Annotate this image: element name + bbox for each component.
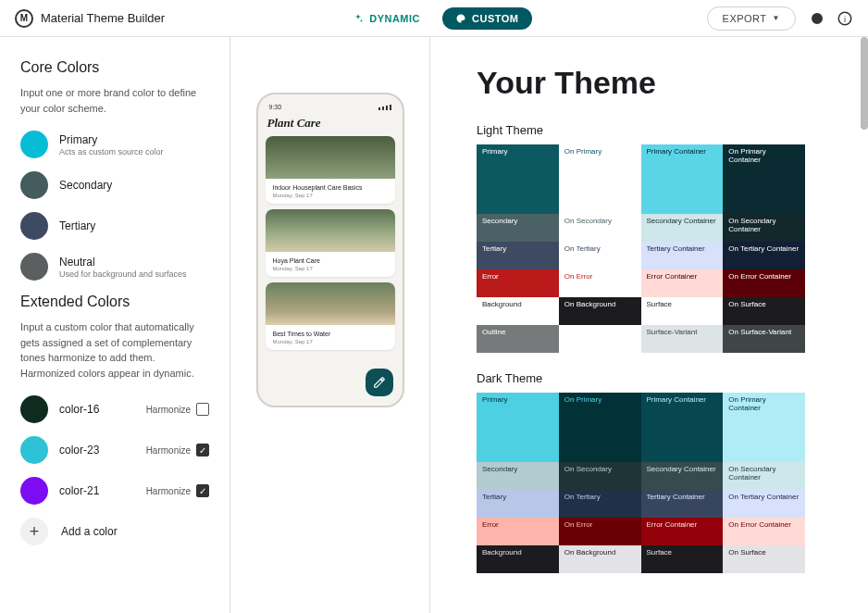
color-role-cell[interactable]: On Secondary: [559, 462, 641, 490]
harmonize-toggle[interactable]: Harmonize: [146, 403, 209, 416]
light-theme-label: Light Theme: [477, 123, 840, 137]
color-role-cell[interactable]: Tertiary Container: [641, 490, 724, 518]
extended-colors-desc: Input a custom color that automatically …: [20, 319, 209, 381]
color-role-cell[interactable]: Surface: [641, 545, 724, 573]
color-role-cell[interactable]: Primary Container: [641, 393, 724, 462]
color-role-cell[interactable]: On Secondary Container: [723, 462, 805, 490]
color-subtitle: Used for background and surfaces: [59, 269, 209, 279]
checkbox[interactable]: ✓: [196, 484, 209, 497]
color-role-cell[interactable]: Background: [477, 297, 559, 325]
custom-mode-button[interactable]: CUSTOM: [442, 7, 531, 30]
color-swatch[interactable]: [20, 131, 48, 158]
theme-toggle-icon[interactable]: [809, 10, 825, 27]
color-name: Primary: [59, 133, 209, 146]
light-theme-table: PrimaryOn PrimaryPrimary ContainerOn Pri…: [477, 144, 805, 353]
color-role-cell[interactable]: On Error Container: [723, 269, 805, 297]
color-swatch[interactable]: [20, 212, 48, 240]
color-name: color-23: [59, 444, 135, 457]
dynamic-mode-button[interactable]: DYNAMIC: [340, 7, 433, 30]
core-color-row[interactable]: Neutral Used for background and surfaces: [20, 253, 209, 281]
color-role-cell[interactable]: On Primary Container: [723, 144, 805, 214]
color-role-cell[interactable]: Tertiary Container: [641, 242, 724, 269]
color-role-cell[interactable]: Surface-Variant: [641, 325, 724, 353]
color-role-cell[interactable]: Error Container: [641, 518, 724, 545]
color-role-cell[interactable]: Error: [477, 269, 559, 297]
checkbox[interactable]: [196, 403, 209, 416]
pencil-icon: [373, 376, 386, 389]
harmonize-toggle[interactable]: Harmonize ✓: [146, 444, 209, 457]
add-color-button[interactable]: + Add a color: [20, 518, 209, 545]
color-role-cell[interactable]: On Surface-Variant: [723, 325, 805, 353]
color-role-cell[interactable]: [559, 325, 641, 353]
sparkle-icon: [353, 13, 364, 24]
checkbox[interactable]: ✓: [196, 444, 209, 457]
color-role-cell[interactable]: On Primary: [559, 393, 641, 462]
color-role-cell[interactable]: On Error: [559, 518, 641, 545]
color-role-cell[interactable]: Surface: [641, 297, 724, 325]
color-role-cell[interactable]: On Surface: [723, 545, 805, 573]
color-role-cell[interactable]: On Tertiary: [559, 242, 641, 269]
color-role-cell[interactable]: On Secondary: [559, 214, 641, 242]
core-colors-title: Core Colors: [20, 59, 209, 76]
scrollbar[interactable]: [861, 37, 868, 130]
color-role-cell[interactable]: On Tertiary Container: [723, 490, 805, 518]
color-role-cell[interactable]: On Error Container: [723, 518, 805, 545]
card-title: Best Times to Water: [273, 331, 388, 337]
color-role-cell[interactable]: On Tertiary: [559, 490, 641, 518]
color-role-cell[interactable]: Primary: [477, 144, 559, 214]
color-role-cell[interactable]: On Primary: [559, 144, 641, 214]
harmonize-toggle[interactable]: Harmonize ✓: [146, 484, 209, 497]
core-color-row[interactable]: Tertiary: [20, 212, 209, 240]
card-image: [266, 136, 395, 179]
info-icon[interactable]: i: [837, 10, 853, 27]
color-role-cell[interactable]: On Primary Container: [723, 393, 805, 462]
color-swatch[interactable]: [20, 171, 48, 199]
color-role-cell[interactable]: Tertiary: [477, 490, 559, 518]
color-swatch[interactable]: [20, 477, 48, 505]
card-title: Hoya Plant Care: [273, 257, 388, 264]
color-role-cell[interactable]: On Background: [559, 545, 641, 573]
color-role-cell[interactable]: Tertiary: [477, 242, 559, 269]
color-role-cell[interactable]: Primary Container: [641, 144, 724, 214]
color-role-cell[interactable]: On Tertiary Container: [723, 242, 805, 269]
phone-time: 9:30: [269, 104, 282, 110]
signal-icon: [378, 104, 391, 110]
svg-text:i: i: [844, 14, 846, 23]
core-colors-desc: Input one or more brand color to define …: [20, 85, 209, 116]
preview-card[interactable]: Hoya Plant Care Monday, Sep 17: [266, 209, 395, 277]
core-color-row[interactable]: Primary Acts as custom source color: [20, 131, 209, 158]
color-name: Tertiary: [59, 219, 209, 232]
core-color-row[interactable]: Secondary: [20, 171, 209, 199]
color-role-cell[interactable]: On Error: [559, 269, 641, 297]
color-role-cell[interactable]: Error Container: [641, 269, 724, 297]
card-date: Monday, Sep 17: [273, 266, 388, 271]
color-role-cell[interactable]: Secondary Container: [641, 214, 724, 242]
preview-card[interactable]: Best Times to Water Monday, Sep 17: [266, 282, 395, 350]
preview-column: 9:30 Plant Care Indoor Houseplant Care B…: [230, 37, 429, 613]
color-swatch[interactable]: [20, 253, 48, 281]
extended-color-row[interactable]: color-23 Harmonize ✓: [20, 436, 209, 464]
color-role-cell[interactable]: On Secondary Container: [723, 214, 805, 242]
color-role-cell[interactable]: Secondary: [477, 462, 559, 490]
color-role-cell[interactable]: Secondary Container: [641, 462, 724, 490]
color-role-cell[interactable]: Secondary: [477, 214, 559, 242]
color-role-cell[interactable]: On Surface: [723, 297, 805, 325]
chevron-down-icon: ▼: [773, 14, 780, 22]
color-role-cell[interactable]: On Background: [559, 297, 641, 325]
phone-statusbar: 9:30: [266, 104, 395, 116]
theme-panel: Your Theme Light Theme PrimaryOn Primary…: [430, 37, 868, 613]
fab-edit-button[interactable]: [366, 369, 393, 396]
extended-color-row[interactable]: color-16 Harmonize: [20, 395, 209, 423]
extended-color-row[interactable]: color-21 Harmonize ✓: [20, 477, 209, 505]
topbar: M Material Theme Builder DYNAMIC CUSTOM …: [0, 0, 868, 37]
color-swatch[interactable]: [20, 436, 48, 464]
preview-card[interactable]: Indoor Houseplant Care Basics Monday, Se…: [266, 136, 395, 204]
color-role-cell[interactable]: Background: [477, 545, 559, 573]
color-subtitle: Acts as custom source color: [59, 147, 209, 156]
export-button[interactable]: EXPORT ▼: [707, 6, 796, 31]
color-swatch[interactable]: [20, 395, 48, 423]
color-role-cell[interactable]: Primary: [477, 393, 559, 462]
color-role-cell[interactable]: Outline: [477, 325, 559, 353]
color-role-cell[interactable]: Error: [477, 518, 559, 545]
card-date: Monday, Sep 17: [273, 339, 388, 344]
